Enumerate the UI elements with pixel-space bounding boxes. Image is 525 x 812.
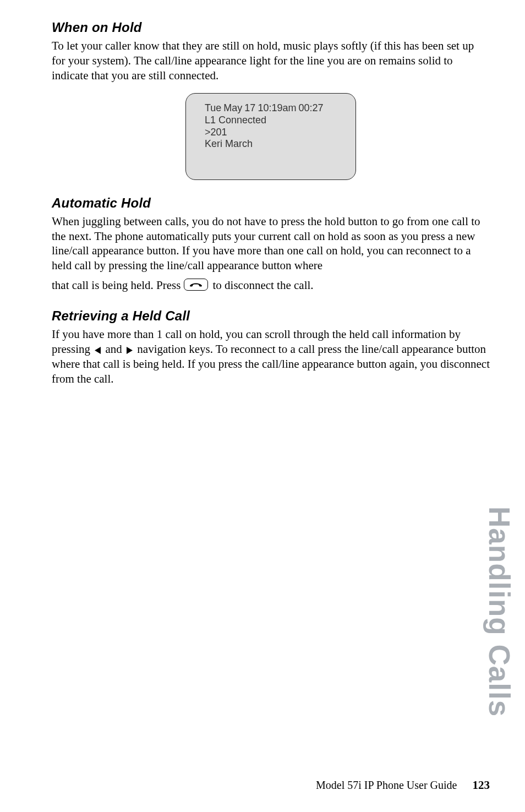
- lcd-line-number: >201: [205, 127, 348, 139]
- heading-automatic-hold: Automatic Hold: [52, 195, 490, 211]
- footer-guide-title: Model 57i IP Phone User Guide: [316, 779, 457, 792]
- nav-left-icon: [94, 346, 101, 355]
- page-content: When on Hold To let your caller know tha…: [0, 0, 525, 812]
- nav-right-icon: [126, 346, 133, 355]
- heading-retrieving-held-call: Retrieving a Held Call: [52, 308, 490, 324]
- text-press-pre: that call is being held. Press: [52, 277, 181, 293]
- page-footer: Model 57i IP Phone User Guide 123: [316, 778, 490, 792]
- svg-marker-1: [127, 347, 133, 354]
- text-and: and: [106, 342, 122, 356]
- para-automatic-hold: When juggling between calls, you do not …: [52, 214, 490, 274]
- lcd-line-datetime: Tue May 17 10:19am 00:27: [205, 102, 348, 115]
- para-automatic-hold-press: that call is being held. Press to discon…: [52, 277, 490, 293]
- lcd-line-status: L1 Connected: [205, 115, 348, 127]
- heading-when-on-hold: When on Hold: [52, 20, 490, 35]
- lcd-screen: Tue May 17 10:19am 00:27 L1 Connected >2…: [185, 93, 356, 180]
- lcd-line-name: Keri March: [205, 138, 348, 150]
- footer-page-number: 123: [473, 778, 490, 792]
- para-retrieving-held-call: If you have more than 1 call on hold, yo…: [52, 327, 490, 386]
- lcd-figure-container: Tue May 17 10:19am 00:27 L1 Connected >2…: [52, 93, 490, 180]
- section-tab: Handling Calls: [483, 506, 516, 717]
- goodbye-key-icon: [184, 279, 208, 291]
- para-when-on-hold: To let your caller know that they are st…: [52, 39, 490, 83]
- svg-marker-0: [95, 347, 101, 354]
- text-press-post: to disconnect the call.: [212, 277, 313, 293]
